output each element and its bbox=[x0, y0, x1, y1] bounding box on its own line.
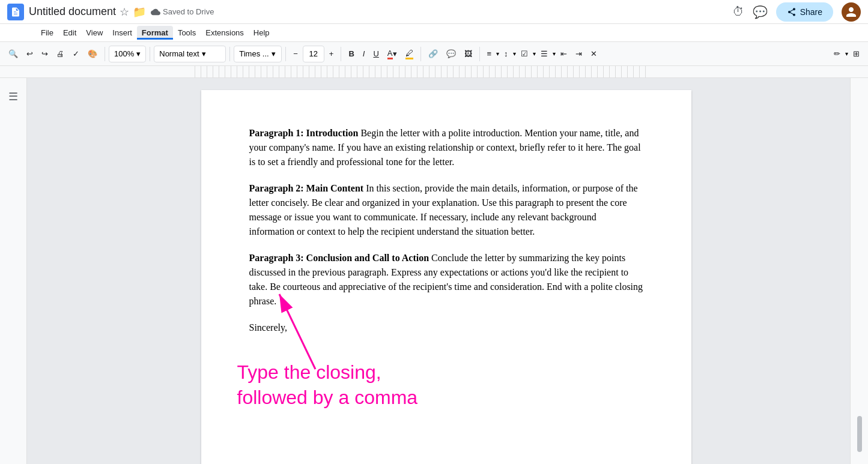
print-btn[interactable]: 🖨 bbox=[53, 46, 68, 62]
chevron-down-icon8[interactable]: ▾ bbox=[553, 50, 556, 57]
scroll-panel bbox=[850, 78, 868, 464]
chevron-down-icon3: ▾ bbox=[272, 49, 276, 58]
outline-icon[interactable]: ☰ bbox=[8, 90, 18, 103]
toolbar: 🔍 ↩ ↪ 🖨 ✓ 🎨 100% ▾ Normal text ▾ Times .… bbox=[0, 42, 868, 66]
paragraph-3: Paragraph 3: Conclusion and Call to Acti… bbox=[249, 251, 643, 309]
menu-edit[interactable]: Edit bbox=[58, 26, 81, 40]
menu-format[interactable]: Format bbox=[137, 26, 173, 40]
menu-view[interactable]: View bbox=[81, 26, 108, 40]
annotation-text: Type the closing, followed by a comma bbox=[237, 360, 418, 410]
menu-tools[interactable]: Tools bbox=[173, 26, 201, 40]
font-size-plus[interactable]: + bbox=[326, 46, 338, 62]
toggle-sidebar-btn[interactable]: ⊞ bbox=[849, 46, 863, 62]
italic-btn[interactable]: I bbox=[359, 46, 369, 62]
chevron-down-icon7[interactable]: ▾ bbox=[533, 50, 536, 57]
menu-insert[interactable]: Insert bbox=[108, 26, 137, 40]
docs-icon bbox=[7, 4, 24, 20]
underline-btn[interactable]: U bbox=[369, 46, 382, 62]
divider6 bbox=[420, 47, 421, 61]
link-btn[interactable]: 🔗 bbox=[425, 46, 442, 62]
search-btn[interactable]: 🔍 bbox=[5, 46, 22, 62]
menu-file[interactable]: File bbox=[36, 26, 58, 40]
divider3 bbox=[229, 47, 230, 61]
document-page[interactable]: Paragraph 1: Introduction Begin the lett… bbox=[201, 90, 691, 464]
font-size-input[interactable] bbox=[303, 46, 324, 62]
star-icon[interactable]: ☆ bbox=[120, 5, 129, 19]
menubar: File Edit View Insert Format Tools Exten… bbox=[0, 24, 868, 42]
style-select[interactable]: Normal text ▾ bbox=[154, 46, 226, 62]
zoom-select[interactable]: 100% ▾ bbox=[109, 46, 146, 62]
paintformat-btn[interactable]: 🎨 bbox=[84, 46, 101, 62]
line-spacing-btn[interactable]: ↕ bbox=[500, 46, 512, 62]
folder-icon[interactable]: 📁 bbox=[133, 5, 146, 19]
menu-help[interactable]: Help bbox=[249, 26, 275, 40]
history-icon[interactable]: ⏱ bbox=[732, 5, 744, 19]
indent-increase-btn[interactable]: ⇥ bbox=[572, 46, 586, 62]
spellcheck-btn[interactable]: ✓ bbox=[69, 46, 83, 62]
title-icon-group: ☆ 📁 bbox=[120, 5, 146, 19]
paragraph-2: Paragraph 2: Main Content In this sectio… bbox=[249, 181, 643, 239]
pen-tool-btn[interactable]: ✏ bbox=[830, 46, 844, 62]
align-btn[interactable]: ≡ bbox=[484, 46, 496, 62]
menu-extensions[interactable]: Extensions bbox=[201, 26, 249, 40]
main-area: ☰ Paragraph 1: Introduction Begin the le… bbox=[0, 78, 868, 464]
side-panel: ☰ bbox=[0, 78, 27, 464]
bold-btn[interactable]: B bbox=[345, 46, 357, 62]
document-title[interactable]: Untitled document bbox=[29, 5, 116, 18]
comment-icon[interactable]: 💬 bbox=[753, 5, 768, 19]
chevron-down-icon4: ▾ bbox=[393, 49, 397, 58]
scrollbar-thumb[interactable] bbox=[857, 416, 862, 452]
divider2 bbox=[150, 47, 150, 61]
chevron-down-icon6[interactable]: ▾ bbox=[513, 50, 516, 57]
text-color-btn[interactable]: A ▾ bbox=[384, 46, 401, 62]
chevron-down-icon2: ▾ bbox=[202, 49, 206, 58]
para2-label: Paragraph 2: Main Content bbox=[249, 183, 364, 193]
divider4 bbox=[285, 47, 286, 61]
checklist-btn[interactable]: ☑ bbox=[517, 46, 532, 62]
closing-text: Sincerely, bbox=[249, 321, 643, 335]
clear-format-btn[interactable]: ✕ bbox=[587, 46, 601, 62]
titlebar-right: ⏱ 💬 Share bbox=[732, 2, 861, 22]
ruler bbox=[0, 66, 868, 78]
chevron-down-icon9[interactable]: ▾ bbox=[845, 50, 848, 57]
para1-label: Paragraph 1: Introduction bbox=[249, 128, 359, 138]
highlight-btn[interactable]: 🖊 bbox=[402, 46, 417, 62]
document-area[interactable]: Paragraph 1: Introduction Begin the lett… bbox=[42, 78, 850, 464]
para3-label: Paragraph 3: Conclusion and Call to Acti… bbox=[249, 253, 429, 263]
undo-btn[interactable]: ↩ bbox=[23, 46, 37, 62]
image-btn[interactable]: 🖼 bbox=[461, 46, 476, 62]
chevron-down-icon5[interactable]: ▾ bbox=[496, 50, 499, 57]
comment-insert-btn[interactable]: 💬 bbox=[443, 46, 460, 62]
paragraph-1: Paragraph 1: Introduction Begin the lett… bbox=[249, 126, 643, 169]
indent-decrease-btn[interactable]: ⇤ bbox=[557, 46, 571, 62]
divider7 bbox=[479, 47, 480, 61]
list-btn[interactable]: ☰ bbox=[537, 46, 551, 62]
divider5 bbox=[341, 47, 341, 61]
divider1 bbox=[105, 47, 105, 61]
left-ruler bbox=[27, 78, 42, 464]
redo-btn[interactable]: ↪ bbox=[38, 46, 52, 62]
titlebar: Untitled document ☆ 📁 Saved to Drive ⏱ 💬… bbox=[0, 0, 868, 24]
font-size-minus[interactable]: − bbox=[290, 46, 302, 62]
share-button[interactable]: Share bbox=[776, 2, 833, 22]
font-select[interactable]: Times ... ▾ bbox=[234, 46, 282, 62]
saved-status: Saved to Drive bbox=[151, 7, 214, 17]
user-avatar[interactable] bbox=[842, 2, 861, 22]
chevron-down-icon: ▾ bbox=[136, 49, 141, 58]
